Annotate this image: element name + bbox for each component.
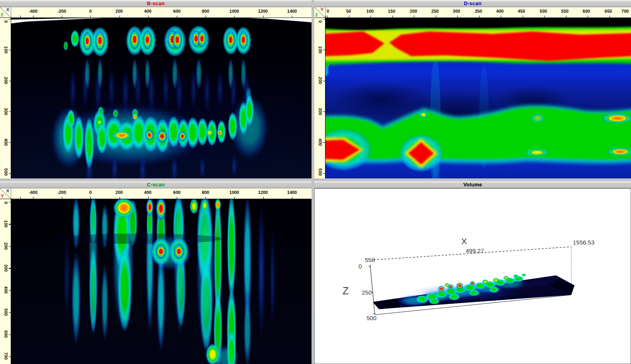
x-tick-label: 200	[410, 9, 417, 14]
y-tick-label: 100	[4, 46, 8, 53]
x-tick-label: 400	[144, 190, 151, 195]
x-tick-label: 0	[89, 190, 92, 195]
y-tick-label: 300	[4, 108, 8, 115]
x-tick-marks	[325, 16, 631, 18]
y-tick-label: 0	[4, 20, 8, 23]
dscan-axis-corner: Y Z	[314, 7, 325, 18]
x-tick-label: -400	[29, 190, 37, 195]
dscan-x-axis: 0 50 100 150 200 250 300 350 400 450 500…	[325, 7, 631, 18]
y-tick-label: 500	[4, 309, 8, 316]
x-tick-label: 800	[202, 190, 209, 195]
x-tick-label: -200	[57, 9, 66, 14]
y-tick-label: 200	[4, 77, 8, 84]
axis-letter-z: Z	[315, 13, 318, 17]
y-tick-label: 200	[318, 77, 323, 84]
x-tick-label: -200	[57, 190, 66, 195]
volume-corner-label: 558	[365, 256, 375, 263]
y-tick-label: 100	[4, 220, 8, 227]
y-tick-label: 400	[4, 286, 8, 294]
volume-title: Volume	[314, 181, 631, 188]
x-tick-label: 100	[366, 9, 374, 14]
volume-panel: Volume	[314, 181, 631, 364]
dscan-heatmap[interactable]	[325, 18, 631, 178]
bscan-axis-corner: X Z	[0, 7, 11, 18]
y-tick-label: 400	[318, 139, 323, 146]
volume-x-end-label: 1556.53	[573, 239, 594, 246]
dscan-panel: D-scan Y Z 0 50 100 150 200 250 300 350 …	[314, 0, 631, 178]
volume-x-mid-label: 499.27	[466, 247, 484, 254]
y-tick-label: 700	[4, 352, 8, 360]
x-tick-label: 150	[388, 9, 395, 14]
x-tick-label: 1200	[258, 9, 268, 14]
y-tick-label: 0	[318, 20, 323, 23]
x-tick-label: -400	[29, 9, 37, 14]
x-tick-label: 200	[116, 9, 123, 14]
x-tick-marks	[11, 16, 312, 18]
x-tick-label: 1400	[287, 9, 297, 14]
x-tick-label: 600	[583, 9, 590, 14]
x-tick-label: 500	[540, 9, 547, 14]
x-tick-label: 1000	[229, 9, 239, 14]
axis-letter-z: Z	[1, 13, 4, 17]
x-tick-label: 200	[116, 190, 123, 195]
bscan-heatmap-svg	[11, 18, 312, 178]
x-tick-label: 1400	[287, 190, 297, 195]
cscan-y-axis: 0 100 200 300 400 500 600 700	[0, 199, 11, 364]
volume-z-axis-label: Z	[343, 285, 349, 297]
volume-3d-view[interactable]: X 1556.53 499.27 558 0 250 500 Z	[314, 188, 631, 364]
cscan-heatmap[interactable]	[11, 199, 312, 364]
volume-z-tick-0: 0	[359, 263, 362, 270]
bscan-x-axis: -400 -200 0 200 400 600 800 1000 1200 14…	[11, 7, 312, 18]
y-tick-label: 600	[4, 331, 8, 338]
y-tick-label: 300	[4, 264, 8, 272]
volume-z-tick-500: 500	[366, 315, 376, 321]
y-tick-label: 500	[4, 168, 8, 176]
y-tick-marks	[9, 18, 11, 178]
x-tick-label: 400	[144, 9, 151, 14]
x-tick-marks	[11, 197, 312, 199]
x-tick-label: 0	[89, 9, 92, 14]
x-tick-label: 300	[453, 9, 460, 14]
cscan-panel: C-scan X Y -400 -200 0 200 400 600 800 1…	[0, 181, 312, 364]
y-tick-marks	[323, 18, 325, 178]
axis-letter-y: Y	[321, 8, 323, 12]
x-tick-label: 600	[173, 9, 180, 14]
dscan-y-axis: 0 100 200 300 400 500	[314, 18, 325, 178]
bscan-y-axis: 0 100 200 300 400 500	[0, 18, 11, 178]
ndt-scan-workspace: { "bscan": { "title": "B-scan", "corner_…	[0, 0, 631, 364]
dscan-title: D-scan	[314, 0, 631, 7]
x-tick-label: 650	[605, 9, 612, 14]
cscan-title: C-scan	[0, 181, 312, 188]
x-tick-label: 550	[561, 9, 568, 14]
bscan-heatmap[interactable]	[11, 18, 312, 178]
y-tick-label: 500	[318, 168, 323, 176]
x-tick-label: 450	[518, 9, 525, 14]
axis-letter-x: X	[6, 8, 9, 12]
y-tick-label: 400	[4, 139, 8, 146]
x-tick-label: 50	[346, 9, 351, 14]
y-tick-label: 200	[4, 243, 8, 250]
x-tick-label: 700	[621, 9, 629, 14]
x-tick-label: 0	[327, 9, 329, 14]
x-tick-label: 1000	[229, 190, 239, 195]
cscan-axis-corner: X Y	[0, 188, 11, 199]
x-tick-label: 1200	[258, 190, 268, 195]
y-tick-label: 300	[318, 108, 323, 115]
y-tick-label: 100	[318, 46, 323, 53]
volume-z-tick-250: 250	[362, 289, 372, 296]
x-tick-label: 800	[202, 9, 209, 14]
volume-x-axis-label: X	[461, 237, 467, 246]
axis-letter-x: X	[6, 189, 9, 193]
axis-letter-y: Y	[1, 194, 4, 198]
y-tick-marks	[9, 199, 11, 364]
dscan-heatmap-svg	[325, 18, 631, 178]
bscan-title: B-scan	[0, 0, 312, 7]
cscan-heatmap-svg	[11, 199, 312, 364]
cscan-x-axis: -400 -200 0 200 400 600 800 1000 1200 14…	[11, 188, 312, 199]
bscan-panel: B-scan X Z -400 -200 0 200 400 600 800 1…	[0, 0, 312, 178]
x-tick-label: 350	[475, 9, 482, 14]
x-tick-label: 600	[173, 190, 180, 195]
y-tick-label: 0	[4, 202, 8, 204]
volume-wireframe-svg	[315, 189, 631, 364]
x-tick-label: 250	[431, 9, 439, 14]
